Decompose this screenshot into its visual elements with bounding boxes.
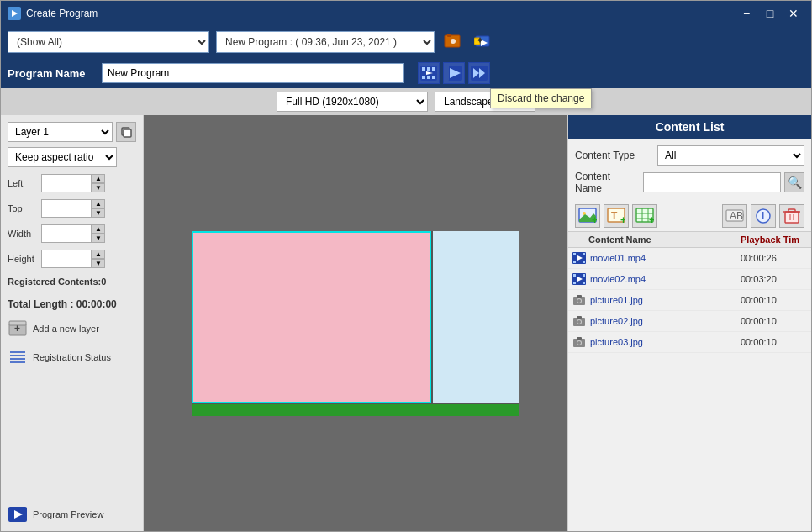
show-all-dropdown[interactable]: (Show All) (8, 31, 209, 53)
program-preview-action[interactable]: Program Preview (8, 504, 136, 524)
import-icon-button[interactable] (441, 30, 465, 54)
sequence-button[interactable] (468, 62, 490, 84)
width-up[interactable]: ▲ (92, 224, 105, 234)
table-row[interactable]: picture01.jpg 00:00:10 (568, 290, 811, 311)
content-type-label: Content Type (575, 150, 651, 161)
svg-rect-51 (785, 212, 799, 223)
left-down[interactable]: ▼ (92, 183, 105, 192)
svg-rect-30 (10, 358, 25, 360)
svg-text:+: + (620, 214, 625, 224)
content-name-row: Content Name 🔍 (575, 171, 804, 194)
aspect-ratio-dropdown[interactable]: Keep aspect ratio (8, 147, 117, 167)
content-toolbar: + T + (568, 201, 811, 232)
svg-text:ABC: ABC (730, 210, 744, 222)
main-window: Create Program − □ ✕ (Show All) New Prog… (0, 0, 812, 532)
row-time-4: 00:00:10 (741, 316, 808, 326)
left-up[interactable]: ▲ (92, 174, 105, 183)
maximize-button[interactable]: □ (759, 5, 781, 22)
add-layer-action[interactable]: + Add a new layer (8, 319, 136, 339)
svg-point-79 (577, 341, 581, 345)
svg-rect-15 (432, 76, 435, 79)
left-input[interactable]: 0 (41, 174, 92, 192)
height-down[interactable]: ▼ (92, 259, 105, 268)
svg-rect-3 (447, 34, 451, 37)
add-film-button[interactable] (418, 62, 440, 84)
svg-rect-59 (573, 261, 576, 263)
program-name-label: Program Name (8, 67, 92, 80)
layer-dropdown[interactable]: Layer 1 (8, 122, 113, 142)
table-row[interactable]: movie02.mp4 00:03:20 (568, 269, 811, 290)
program-name-input[interactable] (102, 63, 404, 83)
svg-rect-77 (577, 337, 582, 340)
row-name-4: picture02.jpg (590, 316, 741, 326)
content-search-button[interactable]: 🔍 (784, 172, 804, 192)
left-spinbox: 0 ▲ ▼ (41, 174, 105, 192)
table-header: Content Name Playback Tim (568, 232, 811, 248)
row-name-1: movie01.mp4 (590, 253, 741, 263)
copy-layer-button[interactable] (116, 122, 136, 142)
svg-point-75 (577, 320, 581, 324)
registered-contents: Registered Contents:0 (8, 277, 136, 287)
row-name-2: movie02.mp4 (590, 274, 741, 284)
program-dropdown[interactable]: New Program : ( 09:36, Jun 23, 2021 ) (216, 31, 435, 53)
svg-rect-29 (10, 355, 25, 356)
add-layer-label: Add a new layer (33, 324, 99, 334)
svg-rect-63 (573, 274, 576, 277)
resolution-dropdown[interactable]: Full HD (1920x1080) (277, 92, 428, 112)
svg-rect-69 (577, 295, 582, 298)
svg-rect-10 (422, 67, 425, 71)
export-icon-button[interactable]: ✦ (472, 30, 495, 54)
top-down[interactable]: ▼ (92, 208, 105, 218)
width-input[interactable]: 1536 (41, 224, 92, 243)
top-input[interactable]: 0 (41, 199, 92, 218)
table-row[interactable]: picture02.jpg 00:00:10 (568, 311, 811, 332)
table-row[interactable]: picture03.jpg 00:00:10 (568, 332, 811, 353)
total-length: Total Length : 00:00:00 (8, 298, 136, 310)
width-down[interactable]: ▼ (92, 234, 105, 243)
info-button[interactable]: i (751, 204, 776, 228)
canvas-area (144, 115, 567, 531)
svg-text:+: + (592, 214, 597, 224)
svg-rect-73 (577, 316, 582, 319)
camera-icon (572, 313, 587, 329)
label-button[interactable]: ABC (722, 204, 747, 228)
content-type-dropdown[interactable]: All (657, 145, 804, 166)
registration-status-action[interactable]: Registration Status (8, 347, 136, 367)
add-image-button[interactable]: + (575, 204, 600, 228)
main-area: Layer 1 Keep aspect ratio Left 0 ▲ ▼ (1, 115, 811, 531)
content-list-header: Content List (568, 115, 811, 139)
top-prop-row: Top 0 ▲ ▼ (8, 199, 136, 218)
delete-button[interactable] (779, 204, 804, 228)
content-name-input[interactable] (643, 172, 781, 192)
col-content-name: Content Name (572, 234, 741, 245)
svg-rect-19 (446, 66, 449, 81)
titlebar-controls: − □ ✕ (736, 5, 804, 22)
canvas-background (192, 231, 519, 416)
col-playback-time: Playback Tim (741, 234, 808, 245)
resbar: Full HD (1920x1080) Landscape (1, 88, 811, 115)
width-label: Width (8, 229, 38, 239)
svg-point-71 (577, 299, 581, 303)
canvas-layer-main[interactable] (192, 231, 431, 403)
svg-rect-57 (573, 253, 576, 255)
top-up[interactable]: ▲ (92, 199, 105, 208)
height-input[interactable]: 918 (41, 250, 92, 268)
svg-rect-24 (124, 129, 131, 137)
height-spinbox: 918 ▲ ▼ (41, 250, 105, 268)
program-preview-icon (8, 504, 28, 524)
width-arrows: ▲ ▼ (92, 224, 105, 243)
close-button[interactable]: ✕ (783, 5, 804, 22)
content-type-row: Content Type All (575, 145, 804, 166)
svg-rect-28 (10, 351, 25, 353)
add-text-button[interactable]: T + (604, 204, 629, 228)
svg-rect-66 (583, 282, 585, 284)
minimize-button[interactable]: − (736, 5, 757, 22)
play-button[interactable] (443, 62, 465, 84)
add-table-button[interactable]: + (632, 204, 657, 228)
top-spinbox: 0 ▲ ▼ (41, 199, 105, 218)
canvas-layer-secondary[interactable] (433, 231, 519, 403)
content-table: Content Name Playback Tim movie01.mp4 00… (568, 232, 811, 531)
height-up[interactable]: ▲ (92, 250, 105, 259)
table-row[interactable]: movie01.mp4 00:00:26 (568, 248, 811, 269)
height-arrows: ▲ ▼ (92, 250, 105, 268)
